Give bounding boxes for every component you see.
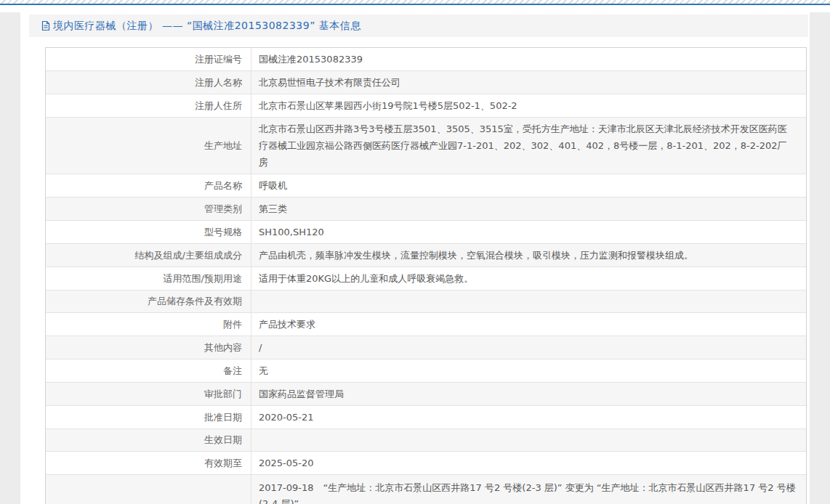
row-value: 适用于体重20KG以上的儿童和成人呼吸衰竭急救。 [251, 267, 806, 290]
table-row: 产品名称 呼吸机 [46, 174, 806, 198]
row-value: 呼吸机 [251, 174, 806, 197]
accent-line [0, 4, 830, 5]
row-value [251, 429, 806, 451]
top-decorative-band [0, 0, 830, 12]
registration-info-table: 注册证编号 国械注准20153082339 注册人名称 北京易世恒电子技术有限责… [45, 47, 807, 504]
row-label: 生产地址 [46, 118, 251, 174]
change-record: 2017-09-18 “生产地址：北京市石景山区西井路17 号2 号楼(2-3 … [259, 480, 796, 504]
table-row: 注册证编号 国械注准20153082339 [46, 48, 806, 71]
row-label: 注册人住所 [46, 94, 251, 117]
row-value: 2025-05-20 [251, 452, 806, 474]
row-value: 国家药品监督管理局 [251, 383, 806, 405]
row-label: 管理类别 [46, 198, 251, 220]
row-label: 注册证编号 [46, 48, 251, 70]
row-value: 无 [251, 359, 806, 382]
row-label: 适用范围/预期用途 [46, 267, 251, 290]
table-row: 管理类别 第三类 [46, 198, 806, 221]
row-value: 北京易世恒电子技术有限责任公司 [251, 71, 806, 94]
row-value: 2020-05-21 [251, 406, 806, 428]
page-title: 境内医疗器械（注册） —— “国械注准20153082339” 基本信息 [53, 20, 361, 33]
row-value: SH100,SH120 [251, 221, 806, 243]
table-row: 附件 产品技术要求 [46, 313, 806, 336]
table-row: 产品储存条件及有效期 [46, 290, 806, 313]
document-icon [41, 20, 51, 31]
table-row: 备注 无 [46, 359, 806, 383]
table-row: 结构及组成/主要组成成分 产品由机壳，频率脉冲发生模块，流量控制模块，空氧混合模… [46, 244, 806, 267]
row-label: 附件 [46, 313, 251, 336]
content-panel: 境内医疗器械（注册） —— “国械注准20153082339” 基本信息 注册证… [20, 12, 810, 504]
row-label: 型号规格 [46, 221, 251, 243]
table-row: 注册人名称 北京易世恒电子技术有限责任公司 [46, 71, 806, 94]
table-row: 注册人住所 北京市石景山区苹果园西小街19号院1号楼5层502-1、502-2 [46, 94, 806, 118]
row-value [251, 290, 806, 312]
row-label: 备注 [46, 359, 251, 382]
row-label: 注册人名称 [46, 71, 251, 94]
row-value: 2017-09-18 “生产地址：北京市石景山区西井路17 号2 号楼(2-3 … [251, 475, 806, 504]
row-label: 有效期至 [46, 452, 251, 474]
table-row: 2017-09-18 “生产地址：北京市石景山区西井路17 号2 号楼(2-3 … [46, 475, 806, 504]
table-row: 批准日期 2020-05-21 [46, 406, 806, 429]
row-label: 其他内容 [46, 336, 251, 359]
row-label: 产品名称 [46, 174, 251, 197]
row-value: 北京市石景山区苹果园西小街19号院1号楼5层502-1、502-2 [251, 94, 806, 117]
table-row: 型号规格 SH100,SH120 [46, 221, 806, 244]
table-row: 审批部门 国家药品监督管理局 [46, 383, 806, 406]
row-label: 结构及组成/主要组成成分 [46, 244, 251, 267]
row-value: 第三类 [251, 198, 806, 220]
row-value: 国械注准20153082339 [251, 48, 806, 70]
page-header: 境内医疗器械（注册） —— “国械注准20153082339” 基本信息 [29, 15, 808, 37]
row-label: 审批部门 [46, 383, 251, 405]
table-row: 生效日期 [46, 429, 806, 452]
row-value: 北京市石景山区西井路3号3号楼五层3501、3505、3515室，受托方生产地址… [251, 118, 806, 174]
row-label: 生效日期 [46, 429, 251, 451]
row-label: 批准日期 [46, 406, 251, 428]
row-value: 产品由机壳，频率脉冲发生模块，流量控制模块，空氧混合模块，吸引模块，压力监测和报… [251, 244, 806, 267]
table-row: 适用范围/预期用途 适用于体重20KG以上的儿童和成人呼吸衰竭急救。 [46, 267, 806, 290]
row-label [46, 475, 251, 504]
row-label: 产品储存条件及有效期 [46, 290, 251, 312]
row-value: / [251, 336, 806, 359]
table-row: 其他内容 / [46, 336, 806, 359]
table-row: 有效期至 2025-05-20 [46, 452, 806, 475]
row-value: 产品技术要求 [251, 313, 806, 336]
table-row: 生产地址 北京市石景山区西井路3号3号楼五层3501、3505、3515室，受托… [46, 118, 806, 174]
